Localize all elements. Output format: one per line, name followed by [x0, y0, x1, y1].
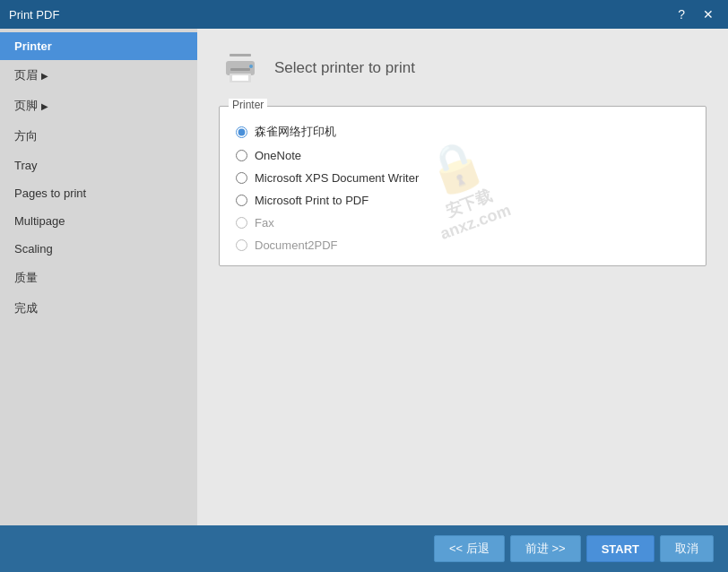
printer-label-6[interactable]: Document2PDF — [255, 238, 337, 252]
close-button[interactable]: ✕ — [698, 5, 719, 23]
arrow-icon: ▶ — [41, 71, 48, 81]
printer-radio-6[interactable] — [236, 239, 247, 251]
printer-icon-wrap — [219, 47, 262, 90]
sidebar-item-label: 质量 — [14, 270, 38, 286]
panel-title: Select printer to print — [274, 59, 415, 77]
title-bar: Print PDF ? ✕ — [0, 0, 728, 29]
arrow-icon: ▶ — [41, 101, 48, 111]
sidebar-item-pages-to-print[interactable]: Pages to print — [0, 179, 197, 207]
sidebar-item-label: 页眉 — [14, 67, 38, 83]
svg-rect-5 — [230, 68, 250, 71]
cancel-button[interactable]: 取消 — [660, 535, 714, 562]
svg-rect-3 — [232, 75, 248, 81]
printer-radio-5[interactable] — [236, 217, 247, 229]
right-panel: Select printer to print Printer 森雀网络打印机 … — [197, 29, 728, 525]
printer-label-1[interactable]: 森雀网络打印机 — [255, 124, 336, 140]
printer-label-4[interactable]: Microsoft Print to PDF — [255, 194, 368, 207]
sidebar-item-label: 完成 — [14, 300, 38, 316]
printer-radio-3[interactable] — [236, 172, 247, 184]
sidebar-item-label: Tray — [14, 159, 38, 172]
printer-label-3[interactable]: Microsoft XPS Document Writer — [255, 171, 419, 185]
sidebar-item-header[interactable]: 页眉 ▶ — [0, 60, 197, 91]
printer-group-box: Printer 森雀网络打印机 OneNote Microsoft XPS Do… — [219, 106, 706, 266]
printer-option-5[interactable]: Fax — [234, 212, 691, 234]
printer-option-1[interactable]: 森雀网络打印机 — [234, 119, 691, 144]
sidebar-item-label: Pages to print — [14, 186, 86, 200]
sidebar-item-label: Multipage — [14, 214, 65, 228]
sidebar-item-label: Printer — [14, 39, 52, 53]
start-button[interactable]: START — [586, 535, 654, 562]
printer-label-2[interactable]: OneNote — [255, 149, 301, 162]
bottom-bar: << 后退 前进 >> START 取消 — [0, 525, 728, 572]
printer-group-wrap: Printer 森雀网络打印机 OneNote Microsoft XPS Do… — [219, 106, 706, 266]
printer-radio-1[interactable] — [236, 126, 247, 138]
sidebar-item-label: 方向 — [14, 128, 38, 144]
printer-option-3[interactable]: Microsoft XPS Document Writer — [234, 167, 691, 189]
help-button[interactable]: ? — [672, 5, 690, 23]
group-box-label: Printer — [229, 99, 267, 111]
sidebar-item-scaling[interactable]: Scaling — [0, 235, 197, 263]
sidebar-item-label: Scaling — [14, 242, 53, 256]
sidebar: Printer 页眉 ▶ 页脚 ▶ 方向 Tray Pages to print… — [0, 29, 197, 525]
sidebar-item-orientation[interactable]: 方向 — [0, 121, 197, 152]
printer-option-4[interactable]: Microsoft Print to PDF — [234, 189, 691, 212]
title-bar-buttons: ? ✕ — [672, 5, 719, 23]
sidebar-item-printer[interactable]: Printer — [0, 32, 197, 60]
window-title: Print PDF — [9, 8, 59, 22]
panel-header: Select printer to print — [219, 47, 706, 90]
printer-option-2[interactable]: OneNote — [234, 144, 691, 167]
sidebar-item-multipage[interactable]: Multipage — [0, 207, 197, 235]
svg-point-4 — [249, 65, 253, 68]
svg-rect-0 — [230, 54, 251, 56]
printer-radio-2[interactable] — [236, 150, 247, 161]
printer-label-5[interactable]: Fax — [255, 216, 274, 230]
sidebar-item-quality[interactable]: 质量 — [0, 263, 197, 293]
printer-icon — [221, 48, 260, 88]
sidebar-item-tray[interactable]: Tray — [0, 152, 197, 179]
sidebar-item-footer[interactable]: 页脚 ▶ — [0, 91, 197, 121]
back-button[interactable]: << 后退 — [434, 535, 505, 562]
main-content: Printer 页眉 ▶ 页脚 ▶ 方向 Tray Pages to print… — [0, 29, 728, 525]
forward-button[interactable]: 前进 >> — [510, 535, 581, 562]
printer-option-6[interactable]: Document2PDF — [234, 234, 691, 256]
sidebar-item-finish[interactable]: 完成 — [0, 293, 197, 324]
printer-radio-4[interactable] — [236, 195, 247, 206]
sidebar-item-label: 页脚 — [14, 98, 38, 114]
